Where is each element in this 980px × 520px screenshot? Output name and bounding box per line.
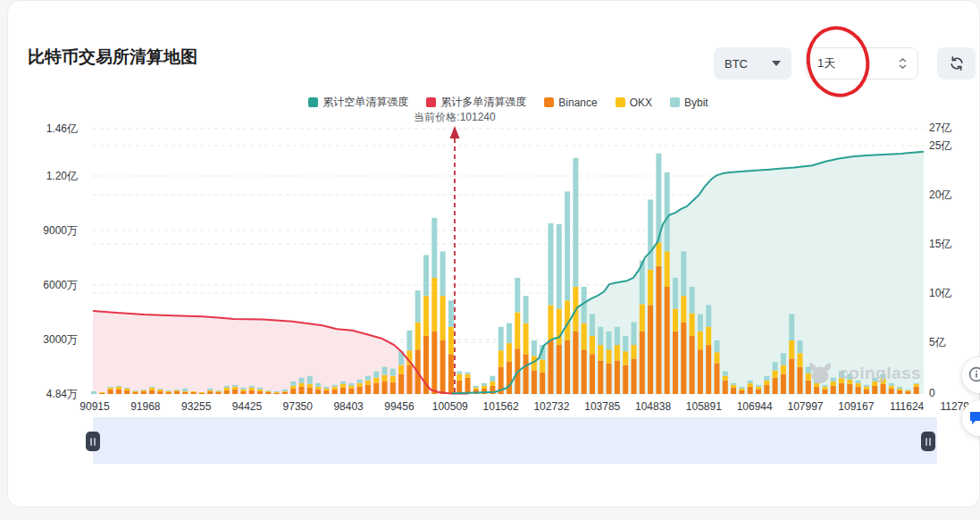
- x-axis-tick: 94425: [218, 400, 275, 413]
- coinglass-watermark: coinglass: [808, 362, 921, 385]
- chevron-down-icon: [772, 61, 781, 66]
- x-axis-tick: 111624: [878, 400, 935, 413]
- x-axis-tick: 107997: [777, 400, 834, 413]
- left-axis-tick: 1.46亿: [15, 122, 78, 137]
- page: 比特币交易所清算地图 BTC 1天 累计空单清算强度累计多单清算强度Binanc…: [0, 0, 980, 520]
- legend-swatch: [670, 97, 680, 107]
- x-axis-tick: 102732: [523, 400, 580, 413]
- legend-label: OKX: [630, 96, 652, 109]
- x-axis-tick: 109167: [827, 400, 884, 413]
- legend-label: Bybit: [684, 96, 708, 109]
- legend-label: 累计多单清算强度: [440, 95, 526, 110]
- right-axis-tick: 15亿: [929, 237, 980, 252]
- coinglass-bull-icon: [808, 362, 833, 385]
- x-axis-tick: 97350: [269, 400, 326, 413]
- current-price-label: 当前价格:101240: [348, 110, 562, 125]
- left-axis-tick: 1.20亿: [15, 169, 78, 184]
- legend-item[interactable]: Binance: [544, 95, 597, 110]
- symbol-select[interactable]: BTC: [714, 47, 792, 80]
- info-icon: [968, 366, 980, 382]
- x-axis-tick: 105891: [675, 400, 733, 413]
- right-axis-tick: 10亿: [929, 286, 980, 301]
- legend-item[interactable]: 累计空单清算强度: [308, 95, 408, 110]
- chat-icon: [968, 409, 980, 425]
- right-axis-tick: 27亿: [929, 121, 980, 136]
- legend-item[interactable]: 累计多单清算强度: [426, 95, 526, 110]
- legend-swatch: [544, 97, 554, 107]
- x-axis-tick: 90915: [66, 400, 123, 413]
- x-axis-tick: 93255: [168, 400, 225, 413]
- legend-item[interactable]: Bybit: [670, 95, 708, 110]
- x-axis-tick: 99456: [371, 400, 428, 413]
- chart-legend: 累计空单清算强度累计多单清算强度BinanceOKXBybit: [93, 95, 924, 110]
- legend-swatch: [308, 97, 318, 107]
- x-axis-tick: 103785: [574, 400, 631, 413]
- x-axis-tick: 91968: [117, 400, 174, 413]
- legend-swatch: [616, 97, 625, 107]
- left-axis-tick: 9000万: [15, 223, 78, 239]
- left-axis-tick: 6000万: [15, 278, 78, 293]
- right-axis-tick: 25亿: [929, 138, 980, 154]
- range-slider[interactable]: [93, 417, 937, 464]
- legend-label: Binance: [558, 96, 597, 109]
- x-axis-tick: 98403: [320, 400, 377, 413]
- spinner-arrows-icon[interactable]: [899, 58, 907, 69]
- interval-select-value: 1天: [817, 55, 835, 71]
- legend-item[interactable]: OKX: [616, 95, 652, 110]
- x-axis-tick: 101562: [473, 400, 530, 413]
- legend-label: 累计空单清算强度: [322, 95, 408, 110]
- right-axis-tick: 20亿: [929, 188, 980, 203]
- refresh-icon: [948, 55, 966, 72]
- refresh-button[interactable]: [937, 47, 976, 80]
- right-axis-tick: 5亿: [929, 335, 980, 350]
- range-slider-left-handle[interactable]: [86, 432, 100, 451]
- left-axis-tick: 3000万: [15, 332, 78, 348]
- pause-bars-icon: [926, 438, 927, 446]
- legend-swatch: [426, 97, 436, 107]
- coinglass-watermark-text: coinglass: [839, 364, 921, 383]
- symbol-select-value: BTC: [725, 57, 748, 71]
- page-title: 比特币交易所清算地图: [28, 46, 197, 69]
- x-axis-tick: 100509: [422, 400, 479, 413]
- x-axis-tick: 106944: [726, 400, 783, 413]
- range-slider-right-handle[interactable]: [921, 432, 935, 451]
- interval-select[interactable]: 1天: [806, 47, 918, 80]
- liquidation-map-card: 比特币交易所清算地图 BTC 1天 累计空单清算强度累计多单清算强度Binanc…: [7, 0, 980, 507]
- pause-bars-icon: [90, 438, 92, 446]
- x-axis-tick: 104838: [624, 400, 682, 413]
